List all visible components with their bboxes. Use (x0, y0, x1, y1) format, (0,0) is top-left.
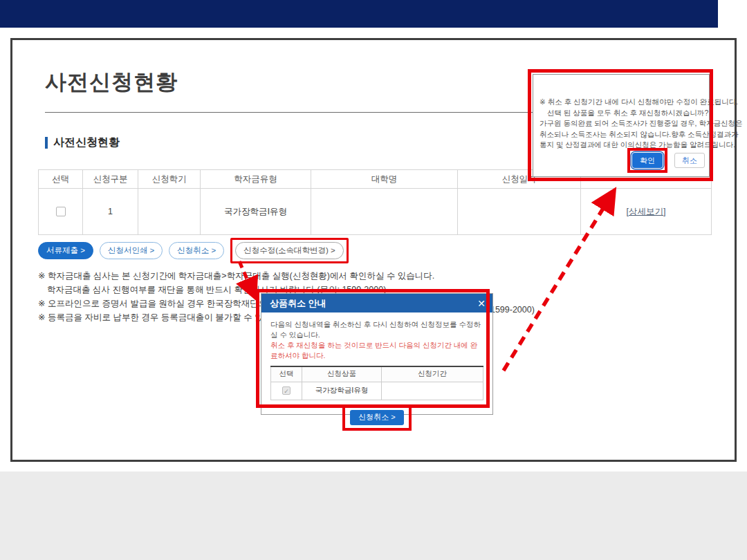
popup-line-2: 선택 된 상품을 모두 취소 후 재신청하시겠습니까? (540, 108, 742, 119)
modal-cell-select: ✓ (271, 382, 302, 400)
popup-message: ※ 취소 후 신청기간 내에 다시 신청해야만 수정이 완료됩니다. 선택 된 … (540, 97, 742, 151)
header-category: 신청구분 (83, 170, 138, 189)
popup-line-4: 취소되나 소득조사는 취소되지 않습니다.향후 소득산정결과가 (540, 129, 742, 140)
modify-button-highlight-box: 신청수정(소속대학변경) > (230, 238, 349, 263)
page-title: 사전신청현황 (45, 68, 178, 97)
modal-cancel-apply-button[interactable]: 신청취소 > (350, 410, 403, 425)
popup-button-row: 확인 취소 (627, 148, 705, 173)
modal-warning: 취소 후 재신청을 하는 것이므로 반드시 다음의 신청기간 내에 완료하셔야 … (270, 340, 483, 361)
modal-header: 상품취소 안내 ✕ (261, 294, 492, 312)
product-cancel-modal: 상품취소 안내 ✕ 다음의 신청내역을 취소하신 후 다시 신청하여 신청정보를… (261, 293, 493, 415)
cancel-confirm-popup: ※ 취소 후 신청기간 내에 다시 신청해야만 수정이 완료됩니다. 선택 된 … (533, 74, 710, 177)
modal-cell-product: 국가장학금Ⅰ유형 (302, 382, 382, 400)
modal-header-select: 선택 (271, 366, 302, 382)
section-header: 사전신청현황 (45, 136, 120, 150)
modify-apply-button[interactable]: 신청수정(소속대학변경) > (235, 242, 344, 259)
cell-university (311, 189, 458, 235)
header-select: 선택 (39, 170, 83, 189)
table-row: 1 국가장학금Ⅰ유형 [상세보기] (39, 189, 712, 235)
cancel-apply-button[interactable]: 신청취소 > (169, 242, 224, 259)
screenshot-stage: 사전신청현황 사전신청현황 선택 신청구분 신청학기 학자금유형 대학명 신청일… (0, 0, 747, 560)
popup-line-3: 가구원 동의완료 되어 소득조사가 진행중일 경우, 학자금신청은 (540, 118, 742, 129)
print-form-button[interactable]: 신청서인쇄 > (100, 242, 163, 259)
header-semester: 신청학기 (138, 170, 201, 189)
modal-body: 다음의 신청내역을 취소하신 후 다시 신청하여 신청정보를 수정하실 수 있습… (261, 312, 492, 431)
detail-view-link[interactable]: [상세보기] (627, 207, 666, 216)
top-navy-bar (0, 0, 718, 28)
cell-detail: [상세보기] (581, 189, 712, 235)
modal-description: 다음의 신청내역을 취소하신 후 다시 신청하여 신청정보를 수정하실 수 있습… (270, 319, 483, 340)
application-status-table: 선택 신청구분 신청학기 학자금유형 대학명 신청일자 1 국가장학금Ⅰ유형 [… (38, 169, 712, 235)
cell-semester (138, 189, 201, 235)
modal-title: 상품취소 안내 (270, 297, 326, 310)
modal-cell-period (382, 382, 483, 400)
submit-docs-button[interactable]: 서류제출 > (38, 242, 93, 259)
modal-table-header-row: 선택 신청상품 신청기간 (271, 366, 483, 382)
modal-cancel-highlight-box: 신청취소 > (342, 404, 411, 431)
cell-select (39, 189, 83, 235)
cell-apply-date (458, 189, 581, 235)
header-aid-type: 학자금유형 (201, 170, 311, 189)
header-university: 대학명 (311, 170, 458, 189)
cell-category: 1 (83, 189, 138, 235)
toolbar: 서류제출 > 신청서인쇄 > 신청취소 > 신청수정(소속대학변경) > (38, 238, 349, 263)
row-checkbox[interactable] (56, 207, 66, 216)
modal-header-product: 신청상품 (302, 366, 382, 382)
cell-aid-type: 국가장학금Ⅰ유형 (201, 189, 311, 235)
confirm-highlight-box: 확인 (627, 148, 667, 173)
notice-line-1: ※ 학자금대출 심사는 본 신청기간에 학자금대출>학자금대출 실행(신청현황)… (38, 269, 434, 283)
popup-line-1: ※ 취소 후 신청기간 내에 다시 신청해야만 수정이 완료됩니다. (540, 97, 742, 108)
modal-button-row: 신청취소 > (270, 404, 483, 431)
popup-cancel-button[interactable]: 취소 (674, 153, 705, 168)
modal-product-table: 선택 신청상품 신청기간 ✓ 국가장학금Ⅰ유형 (270, 366, 483, 400)
close-icon[interactable]: ✕ (477, 299, 486, 308)
bottom-gray-band (0, 472, 747, 560)
section-accent-bar (45, 137, 48, 149)
section-title: 사전신청현황 (53, 136, 120, 150)
confirm-button[interactable]: 확인 (632, 153, 663, 168)
modal-header-period: 신청기간 (382, 366, 483, 382)
modal-table-row: ✓ 국가장학금Ⅰ유형 (271, 382, 483, 400)
checked-checkbox-icon[interactable]: ✓ (282, 386, 290, 395)
